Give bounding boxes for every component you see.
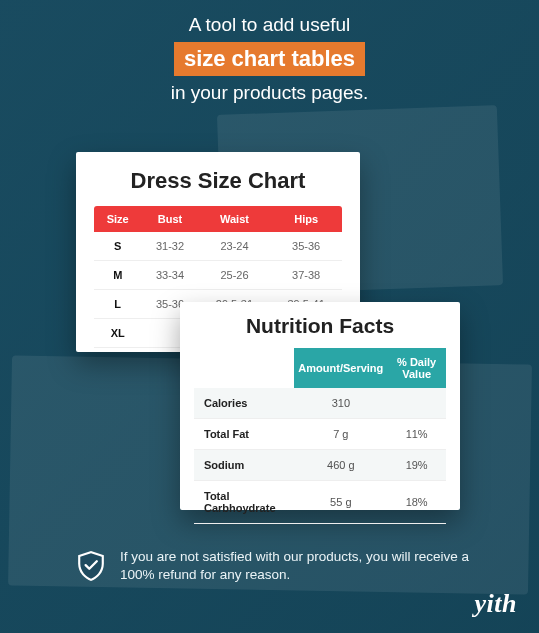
nutrition-table: Amount/Serving % Daily Value Calories310… <box>194 348 446 524</box>
nutri-col-dv: % Daily Value <box>387 348 446 388</box>
headline: A tool to add useful size chart tables i… <box>0 10 539 108</box>
nutrition-facts-card: Nutrition Facts Amount/Serving % Daily V… <box>180 302 460 510</box>
nutrition-card-title: Nutrition Facts <box>194 314 446 338</box>
nutri-col-blank <box>194 348 294 388</box>
nutri-col-amount: Amount/Serving <box>294 348 387 388</box>
dress-col-hips: Hips <box>270 206 342 232</box>
table-row: Calories310 <box>194 388 446 419</box>
dress-card-title: Dress Size Chart <box>94 168 342 194</box>
headline-line1: A tool to add useful <box>0 10 539 40</box>
table-row: S31-3223-2435-36 <box>94 232 342 261</box>
dress-col-waist: Waist <box>199 206 271 232</box>
guarantee-text: If you are not satisfied with our produc… <box>120 548 499 584</box>
dress-col-bust: Bust <box>141 206 198 232</box>
table-row: Total Carbhoydrate55 g18% <box>194 481 446 524</box>
table-row: Sodium460 g19% <box>194 450 446 481</box>
headline-line3: in your products pages. <box>0 78 539 108</box>
table-row: Total Fat7 g11% <box>194 419 446 450</box>
table-row: M33-3425-2637-38 <box>94 261 342 290</box>
guarantee-row: If you are not satisfied with our produc… <box>78 548 499 584</box>
shield-check-icon <box>78 551 104 581</box>
dress-col-size: Size <box>94 206 141 232</box>
brand-logo: yith <box>475 589 517 619</box>
headline-highlight: size chart tables <box>174 42 365 76</box>
promo-stage: A tool to add useful size chart tables i… <box>0 0 539 633</box>
